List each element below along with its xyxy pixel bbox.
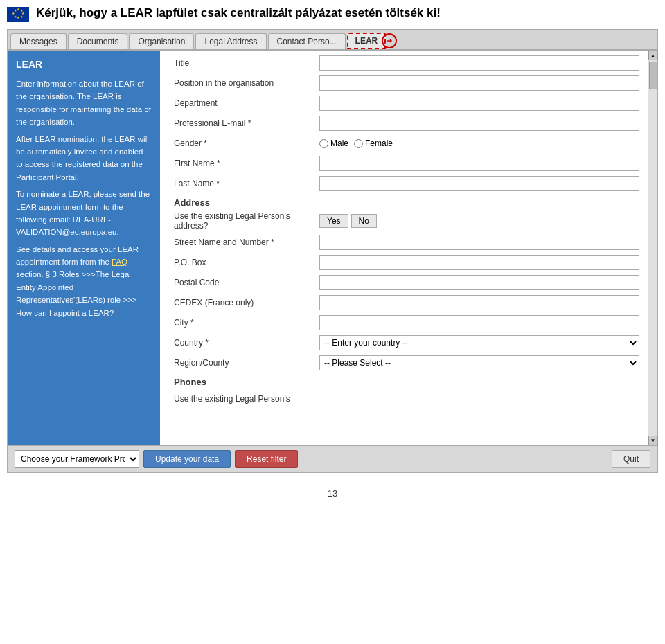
- field-postalcode-row: Postal Code: [174, 274, 639, 291]
- yes-button[interactable]: Yes: [319, 214, 348, 228]
- gender-female-option[interactable]: Female: [354, 138, 393, 148]
- field-email-input[interactable]: [319, 116, 639, 131]
- field-city-row: City *: [174, 314, 639, 331]
- field-department-row: Department: [174, 95, 639, 111]
- gender-male-option[interactable]: Male: [319, 138, 348, 148]
- field-position-label: Position in the organisation: [174, 78, 319, 88]
- update-data-button[interactable]: Update your data: [143, 450, 231, 468]
- quit-button[interactable]: Quit: [612, 450, 650, 468]
- field-postalcode-label: Postal Code: [174, 278, 319, 287]
- field-street-row: Street Name and Number *: [174, 234, 639, 251]
- field-title-label: Title: [174, 58, 319, 68]
- phones-section-header: Phones: [174, 377, 639, 387]
- field-city-label: City *: [174, 318, 319, 328]
- tab-organisation[interactable]: Organisation: [129, 33, 194, 49]
- field-pobox-input[interactable]: [319, 255, 639, 270]
- field-country-select[interactable]: -- Enter your country --: [319, 335, 639, 350]
- field-lastname-input[interactable]: [319, 176, 639, 191]
- gender-female-radio[interactable]: [354, 139, 363, 148]
- use-existing-label: Use the existing Legal Person's address?: [174, 211, 319, 231]
- form-area: Title Position in the organisation Depar…: [160, 51, 648, 445]
- field-position-input[interactable]: [319, 75, 639, 91]
- tab-messages[interactable]: Messages: [10, 33, 66, 49]
- field-pobox-label: P.O. Box: [174, 258, 319, 267]
- framework-program-select[interactable]: Choose your Framework Progra...: [15, 450, 139, 468]
- tabs-bar: Messages Documents Organisation Legal Ad…: [8, 30, 657, 51]
- field-firstname-label: First Name *: [174, 159, 319, 168]
- field-cedex-row: CEDEX (France only): [174, 294, 639, 311]
- field-email-label: Professional E-mail *: [174, 118, 319, 128]
- field-lastname-row: Last Name *: [174, 175, 639, 192]
- main-content: LEAR Enter information about the LEAR of…: [8, 51, 657, 445]
- tab-contact-person[interactable]: Contact Perso...: [268, 33, 346, 49]
- field-title-row: Title: [174, 55, 639, 71]
- page-header: ★ ★ ★ ★ ★ ★ ★ ★ Kérjük, hogy a LEAR lapf…: [0, 0, 665, 25]
- field-region-row: Region/County -- Please Select --: [174, 355, 639, 371]
- field-street-input[interactable]: [319, 235, 639, 250]
- field-department-label: Department: [174, 98, 319, 108]
- field-country-row: Country * -- Enter your country --: [174, 334, 639, 351]
- phones-sublabel-row: Use the existing Legal Person's: [174, 391, 639, 407]
- field-region-select[interactable]: -- Please Select --: [319, 355, 639, 370]
- gender-male-radio[interactable]: [319, 139, 328, 148]
- tab-legal-address[interactable]: Legal Address: [195, 33, 266, 49]
- sidebar-para-2: After LEAR nomination, the LEAR will be …: [16, 133, 152, 184]
- field-country-label: Country *: [174, 338, 319, 348]
- field-region-label: Region/County: [174, 358, 319, 368]
- phones-sublabel: Use the existing Legal Person's: [174, 394, 319, 404]
- scroll-thumb[interactable]: [649, 62, 657, 89]
- field-lastname-label: Last Name *: [174, 179, 319, 188]
- sidebar-para-4: See details and access your LEAR appoint…: [16, 243, 152, 319]
- yes-no-group: Yes No: [319, 214, 377, 228]
- field-cedex-label: CEDEX (France only): [174, 298, 319, 307]
- tab-lear[interactable]: LEAR: [347, 33, 387, 49]
- scroll-up-button[interactable]: ▲: [648, 51, 658, 60]
- sidebar: LEAR Enter information about the LEAR of…: [8, 51, 160, 445]
- field-department-input[interactable]: [319, 96, 639, 111]
- no-button[interactable]: No: [351, 214, 377, 228]
- scrollbar[interactable]: ▲ ▼: [648, 51, 657, 445]
- field-street-label: Street Name and Number *: [174, 238, 319, 247]
- sidebar-para-3: To nominate a LEAR, please send the LEAR…: [16, 188, 152, 239]
- page-title: Kérjük, hogy a LEAR lapfület csak centra…: [36, 6, 441, 21]
- field-cedex-input[interactable]: [319, 295, 639, 310]
- eu-flag-icon: ★ ★ ★ ★ ★ ★ ★ ★: [7, 7, 29, 22]
- field-firstname-row: First Name *: [174, 155, 639, 172]
- field-title-input[interactable]: [319, 55, 639, 71]
- outer-frame: Messages Documents Organisation Legal Ad…: [7, 29, 658, 473]
- reset-filter-button[interactable]: Reset filter: [235, 450, 298, 468]
- tab-documents[interactable]: Documents: [68, 33, 128, 49]
- field-pobox-row: P.O. Box: [174, 254, 639, 271]
- field-email-row: Professional E-mail *: [174, 115, 639, 132]
- field-postalcode-input[interactable]: [319, 275, 639, 290]
- bottom-bar: Choose your Framework Progra... Update y…: [8, 445, 657, 472]
- use-existing-address-row: Use the existing Legal Person's address?…: [174, 211, 639, 231]
- faq-link[interactable]: FAQ: [112, 258, 127, 266]
- sidebar-title: LEAR: [16, 57, 152, 72]
- scroll-down-button[interactable]: ▼: [648, 436, 658, 445]
- field-city-input[interactable]: [319, 315, 639, 330]
- page-number: 13: [0, 480, 665, 507]
- field-gender-row: Gender * Male Female: [174, 135, 639, 152]
- field-firstname-input[interactable]: [319, 156, 639, 171]
- field-gender-label: Gender *: [174, 138, 319, 148]
- sidebar-para-1: Enter information about the LEAR of the …: [16, 78, 152, 129]
- gender-options: Male Female: [319, 138, 393, 148]
- lear-tab-indicator: [382, 33, 397, 48]
- field-position-row: Position in the organisation: [174, 75, 639, 91]
- address-section-header: Address: [174, 197, 639, 208]
